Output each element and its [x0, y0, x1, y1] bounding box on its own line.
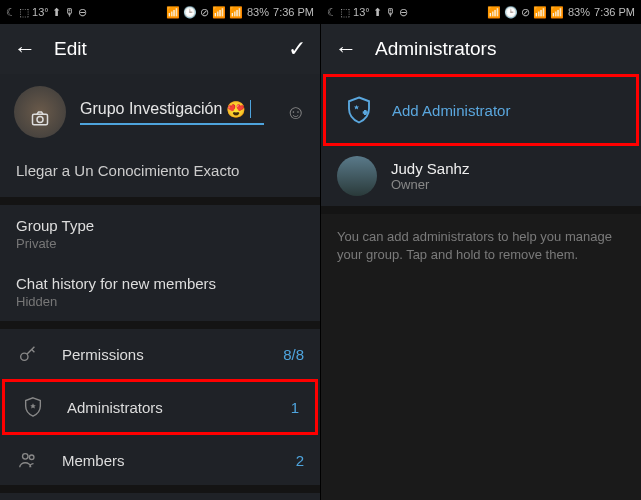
group-avatar[interactable] — [14, 86, 66, 138]
members-label: Members — [62, 452, 296, 469]
battery-text: 83% — [568, 6, 590, 18]
camera-icon — [31, 110, 49, 126]
back-icon[interactable]: ← — [14, 36, 36, 62]
admin-name: Judy Sanhz — [391, 160, 469, 177]
people-icon — [16, 449, 40, 471]
group-name-emoji: 😍 — [226, 100, 246, 119]
group-name-text: Grupo Investigación — [80, 100, 222, 118]
description-field[interactable]: Llegar a Un Conocimiento Exacto — [0, 150, 320, 197]
members-row[interactable]: Members 2 — [0, 435, 320, 485]
status-right-icons: 📶 🕒 ⊘ 📶 📶 — [487, 6, 564, 19]
group-type-value: Private — [16, 236, 304, 251]
app-bar: ← Administrators — [321, 24, 641, 74]
key-icon — [16, 343, 40, 365]
chat-history-label: Chat history for new members — [16, 275, 304, 292]
status-bar: ☾ ⬚ 13° ⬆ 🎙 ⊖ 📶 🕒 ⊘ 📶 📶 83% 7:36 PM — [321, 0, 641, 24]
add-admin-label: Add Administrator — [392, 102, 510, 119]
page-title: Administrators — [375, 38, 627, 60]
admin-list-item[interactable]: Judy Sanhz Owner — [321, 146, 641, 206]
status-left-icons: ☾ ⬚ 13° ⬆ 🎙 ⊖ — [6, 6, 87, 19]
clock-text: 7:36 PM — [594, 6, 635, 18]
hint-text: You can add administrators to help you m… — [321, 214, 641, 278]
delete-leave-button[interactable]: Delete and Leave Group — [0, 493, 320, 500]
status-left-icons: ☾ ⬚ 13° ⬆ 🎙 ⊖ — [327, 6, 408, 19]
app-bar: ← Edit ✓ — [0, 24, 320, 74]
svg-point-1 — [37, 117, 43, 123]
avatar — [337, 156, 377, 196]
admin-role: Owner — [391, 177, 469, 192]
svg-point-4 — [29, 455, 34, 460]
profile-row: Grupo Investigación 😍 ☺ — [0, 74, 320, 150]
permissions-label: Permissions — [62, 346, 283, 363]
administrators-row[interactable]: Administrators 1 — [2, 379, 318, 435]
status-right-icons: 📶 🕒 ⊘ 📶 📶 — [166, 6, 243, 19]
svg-point-3 — [23, 454, 29, 460]
permissions-count: 8/8 — [283, 346, 304, 363]
page-title: Edit — [54, 38, 288, 60]
administrators-screen: ☾ ⬚ 13° ⬆ 🎙 ⊖ 📶 🕒 ⊘ 📶 📶 83% 7:36 PM ← Ad… — [321, 0, 641, 500]
shield-plus-icon — [342, 93, 376, 127]
group-type-row[interactable]: Group Type Private — [0, 205, 320, 263]
permissions-row[interactable]: Permissions 8/8 — [0, 329, 320, 379]
battery-text: 83% — [247, 6, 269, 18]
add-administrator-button[interactable]: Add Administrator — [323, 74, 639, 146]
members-count: 2 — [296, 452, 304, 469]
status-bar: ☾ ⬚ 13° ⬆ 🎙 ⊖ 📶 🕒 ⊘ 📶 📶 83% 7:36 PM — [0, 0, 320, 24]
edit-screen: ☾ ⬚ 13° ⬆ 🎙 ⊖ 📶 🕒 ⊘ 📶 📶 83% 7:36 PM ← Ed… — [0, 0, 320, 500]
back-icon[interactable]: ← — [335, 36, 357, 62]
chat-history-value: Hidden — [16, 294, 304, 309]
group-name-input[interactable]: Grupo Investigación 😍 — [80, 100, 264, 125]
emoji-picker-icon[interactable]: ☺ — [286, 101, 306, 124]
shield-star-icon — [21, 396, 45, 418]
administrators-count: 1 — [291, 399, 299, 416]
svg-point-2 — [21, 353, 28, 360]
administrators-label: Administrators — [67, 399, 291, 416]
clock-text: 7:36 PM — [273, 6, 314, 18]
group-type-label: Group Type — [16, 217, 304, 234]
chat-history-row[interactable]: Chat history for new members Hidden — [0, 263, 320, 321]
confirm-icon[interactable]: ✓ — [288, 36, 306, 62]
